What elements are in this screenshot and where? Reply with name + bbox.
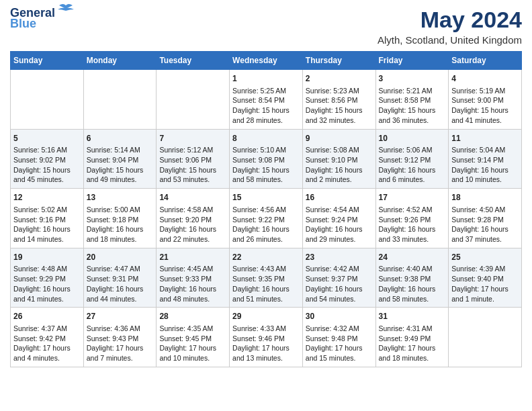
day-number: 30: [306, 311, 373, 322]
day-number: 6: [87, 133, 154, 144]
day-number: 20: [87, 252, 154, 263]
day-info: Sunrise: 4:58 AMSunset: 9:20 PMDaylight:…: [159, 205, 216, 243]
calendar-cell: 1Sunrise: 5:25 AMSunset: 8:54 PMDaylight…: [230, 70, 303, 130]
calendar-week-row: 19Sunrise: 4:48 AMSunset: 9:29 PMDayligh…: [11, 248, 522, 308]
subtitle: Alyth, Scotland, United Kingdom: [378, 34, 522, 46]
logo-blue: Blue: [10, 17, 36, 30]
calendar-cell: 2Sunrise: 5:23 AMSunset: 8:56 PMDaylight…: [302, 70, 375, 130]
calendar-cell: 13Sunrise: 5:00 AMSunset: 9:18 PMDayligh…: [83, 189, 157, 248]
calendar-cell: 29Sunrise: 4:33 AMSunset: 9:46 PMDayligh…: [230, 308, 303, 367]
calendar-cell: 18Sunrise: 4:50 AMSunset: 9:28 PMDayligh…: [449, 189, 522, 248]
day-number: 7: [159, 133, 226, 144]
calendar-cell: 25Sunrise: 4:39 AMSunset: 9:40 PMDayligh…: [449, 248, 522, 308]
calendar-cell: 27Sunrise: 4:36 AMSunset: 9:43 PMDayligh…: [83, 308, 157, 367]
day-number: 19: [13, 252, 81, 263]
logo: General Blue: [10, 7, 75, 30]
calendar-cell: 14Sunrise: 4:58 AMSunset: 9:20 PMDayligh…: [157, 189, 230, 248]
day-info: Sunrise: 4:37 AMSunset: 9:42 PMDaylight:…: [13, 324, 71, 362]
calendar-cell: 12Sunrise: 5:02 AMSunset: 9:16 PMDayligh…: [11, 189, 84, 248]
calendar-cell: 6Sunrise: 5:14 AMSunset: 9:04 PMDaylight…: [83, 129, 157, 189]
col-sunday: Sunday: [11, 52, 84, 70]
col-wednesday: Wednesday: [230, 52, 303, 70]
day-info: Sunrise: 5:04 AMSunset: 9:14 PMDaylight:…: [451, 146, 508, 183]
day-number: 27: [87, 311, 154, 322]
day-info: Sunrise: 4:33 AMSunset: 9:46 PMDaylight:…: [232, 324, 290, 362]
day-number: 11: [451, 133, 519, 144]
calendar-week-row: 26Sunrise: 4:37 AMSunset: 9:42 PMDayligh…: [11, 308, 522, 367]
day-info: Sunrise: 5:19 AMSunset: 9:00 PMDaylight:…: [451, 87, 508, 124]
day-info: Sunrise: 4:45 AMSunset: 9:33 PMDaylight:…: [159, 265, 216, 302]
day-info: Sunrise: 4:31 AMSunset: 9:49 PMDaylight:…: [379, 324, 436, 362]
calendar-cell: 4Sunrise: 5:19 AMSunset: 9:00 PMDaylight…: [449, 70, 522, 130]
day-info: Sunrise: 4:40 AMSunset: 9:38 PMDaylight:…: [379, 265, 436, 302]
day-number: 28: [159, 311, 226, 322]
calendar-cell: [157, 70, 230, 130]
day-info: Sunrise: 4:47 AMSunset: 9:31 PMDaylight:…: [87, 265, 144, 302]
col-friday: Friday: [375, 52, 449, 70]
day-info: Sunrise: 4:36 AMSunset: 9:43 PMDaylight:…: [87, 324, 144, 362]
calendar-cell: 8Sunrise: 5:10 AMSunset: 9:08 PMDaylight…: [230, 129, 303, 189]
day-info: Sunrise: 5:06 AMSunset: 9:12 PMDaylight:…: [379, 146, 436, 183]
day-number: 26: [13, 311, 81, 322]
header-row: Sunday Monday Tuesday Wednesday Thursday…: [11, 52, 522, 70]
day-number: 21: [159, 252, 226, 263]
day-info: Sunrise: 5:00 AMSunset: 9:18 PMDaylight:…: [87, 205, 144, 243]
calendar-cell: 23Sunrise: 4:42 AMSunset: 9:37 PMDayligh…: [302, 248, 375, 308]
day-number: 5: [13, 133, 81, 144]
calendar-cell: 10Sunrise: 5:06 AMSunset: 9:12 PMDayligh…: [375, 129, 449, 189]
day-info: Sunrise: 5:02 AMSunset: 9:16 PMDaylight:…: [13, 205, 71, 243]
logo-bird-icon: [56, 4, 75, 16]
calendar-cell: 19Sunrise: 4:48 AMSunset: 9:29 PMDayligh…: [11, 248, 84, 308]
main-title: May 2024: [378, 7, 522, 33]
day-info: Sunrise: 4:50 AMSunset: 9:28 PMDaylight:…: [451, 205, 508, 243]
day-number: 2: [306, 73, 373, 85]
col-saturday: Saturday: [449, 52, 522, 70]
calendar-cell: [83, 70, 157, 130]
header: General Blue May 2024 Alyth, Scotland, U…: [10, 7, 522, 46]
calendar-cell: 22Sunrise: 4:43 AMSunset: 9:35 PMDayligh…: [230, 248, 303, 308]
calendar-cell: 15Sunrise: 4:56 AMSunset: 9:22 PMDayligh…: [230, 189, 303, 248]
calendar-table: Sunday Monday Tuesday Wednesday Thursday…: [10, 51, 522, 367]
calendar-cell: 9Sunrise: 5:08 AMSunset: 9:10 PMDaylight…: [302, 129, 375, 189]
day-info: Sunrise: 5:14 AMSunset: 9:04 PMDaylight:…: [87, 146, 144, 183]
day-number: 15: [232, 192, 300, 203]
calendar-cell: 17Sunrise: 4:52 AMSunset: 9:26 PMDayligh…: [375, 189, 449, 248]
day-number: 13: [87, 192, 154, 203]
day-info: Sunrise: 5:16 AMSunset: 9:02 PMDaylight:…: [13, 146, 71, 183]
col-thursday: Thursday: [302, 52, 375, 70]
day-number: 1: [232, 73, 300, 85]
day-number: 31: [379, 311, 446, 322]
day-number: 4: [451, 73, 519, 85]
calendar-cell: 11Sunrise: 5:04 AMSunset: 9:14 PMDayligh…: [449, 129, 522, 189]
day-number: 10: [379, 133, 446, 144]
calendar-cell: 21Sunrise: 4:45 AMSunset: 9:33 PMDayligh…: [157, 248, 230, 308]
day-info: Sunrise: 5:21 AMSunset: 8:58 PMDaylight:…: [379, 87, 436, 124]
calendar-week-row: 12Sunrise: 5:02 AMSunset: 9:16 PMDayligh…: [11, 189, 522, 248]
day-info: Sunrise: 4:42 AMSunset: 9:37 PMDaylight:…: [306, 265, 363, 302]
calendar-week-row: 1Sunrise: 5:25 AMSunset: 8:54 PMDaylight…: [11, 70, 522, 130]
day-number: 29: [232, 311, 300, 322]
calendar-cell: 3Sunrise: 5:21 AMSunset: 8:58 PMDaylight…: [375, 70, 449, 130]
day-number: 23: [306, 252, 373, 263]
day-number: 14: [159, 192, 226, 203]
day-info: Sunrise: 4:52 AMSunset: 9:26 PMDaylight:…: [379, 205, 436, 243]
calendar-cell: 31Sunrise: 4:31 AMSunset: 9:49 PMDayligh…: [375, 308, 449, 367]
calendar-cell: 5Sunrise: 5:16 AMSunset: 9:02 PMDaylight…: [11, 129, 84, 189]
title-block: May 2024 Alyth, Scotland, United Kingdom: [378, 7, 522, 46]
day-number: 24: [379, 252, 446, 263]
day-info: Sunrise: 4:54 AMSunset: 9:24 PMDaylight:…: [306, 205, 363, 243]
calendar-cell: 28Sunrise: 4:35 AMSunset: 9:45 PMDayligh…: [157, 308, 230, 367]
calendar-cell: [449, 308, 522, 367]
day-number: 12: [13, 192, 81, 203]
day-info: Sunrise: 4:39 AMSunset: 9:40 PMDaylight:…: [451, 265, 508, 302]
calendar-cell: 7Sunrise: 5:12 AMSunset: 9:06 PMDaylight…: [157, 129, 230, 189]
calendar-week-row: 5Sunrise: 5:16 AMSunset: 9:02 PMDaylight…: [11, 129, 522, 189]
col-monday: Monday: [83, 52, 157, 70]
day-number: 9: [306, 133, 373, 144]
day-number: 16: [306, 192, 373, 203]
day-number: 18: [451, 192, 519, 203]
day-number: 17: [379, 192, 446, 203]
day-info: Sunrise: 4:56 AMSunset: 9:22 PMDaylight:…: [232, 205, 290, 243]
page: General Blue May 2024 Alyth, Scotland, U…: [0, 0, 532, 377]
day-number: 8: [232, 133, 300, 144]
